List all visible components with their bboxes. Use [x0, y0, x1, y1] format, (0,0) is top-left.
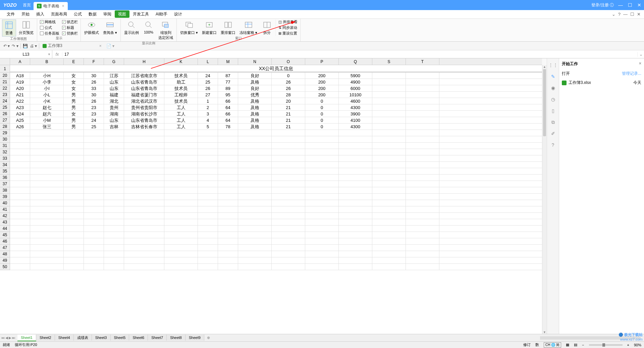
cell[interactable]: 工人	[164, 104, 198, 110]
cell[interactable]: 200	[305, 72, 339, 79]
column-header[interactable]: H	[124, 58, 164, 65]
sheet-prev-icon[interactable]: ◀	[5, 336, 8, 340]
cell[interactable]: 3900	[339, 111, 372, 117]
cell[interactable]: 4100	[339, 117, 372, 123]
scroll-thumb[interactable]	[543, 69, 546, 136]
cell[interactable]: 1	[198, 98, 218, 104]
cell[interactable]: 贵州省贵阳市	[124, 104, 164, 110]
cell[interactable]: 0	[305, 123, 339, 130]
cell[interactable]: 吉林	[104, 123, 124, 130]
cell[interactable]: 20	[272, 98, 305, 104]
cell[interactable]: 4600	[339, 98, 372, 104]
table-row[interactable]: A19小李女26山东山东省青岛市助工2577及格262004900	[10, 79, 542, 85]
cell[interactable]: 77	[218, 79, 238, 85]
table-row[interactable]: A22小K男26湖北湖北省武汉市技术员166及格2004600	[10, 98, 542, 104]
sheet-tab[interactable]: Sheet5	[111, 335, 129, 341]
cube-icon[interactable]: ◉	[550, 85, 556, 91]
cell[interactable]: 26	[272, 85, 305, 91]
quick-doc-selector[interactable]: 工作簿3	[41, 43, 64, 49]
statusbar-checkbox[interactable]: 状态栏	[61, 19, 78, 24]
table-row[interactable]	[10, 206, 542, 213]
new-doc-icon[interactable]: 📄 ▾	[106, 44, 114, 48]
cell[interactable]: 及格	[238, 98, 272, 104]
login-link[interactable]: 登录/注册 ⓘ	[589, 2, 616, 8]
maximize-icon[interactable]: ☐	[625, 2, 635, 8]
cell[interactable]: 21	[272, 104, 305, 110]
cell[interactable]: A18	[10, 72, 30, 79]
menu-item-10[interactable]: 设计	[171, 10, 185, 18]
cell[interactable]: 湖南省长沙市	[124, 111, 164, 117]
row-header[interactable]: 50	[0, 264, 10, 270]
rearrange-window-button[interactable]: 重排窗口	[219, 19, 237, 36]
cell[interactable]: 小H	[30, 72, 64, 79]
row-header[interactable]: 27	[0, 117, 10, 123]
cell[interactable]: 男	[64, 123, 84, 130]
split-button[interactable]: 拆分	[260, 19, 274, 36]
cell[interactable]: A21	[10, 92, 30, 98]
row-header[interactable]: 41	[0, 206, 10, 213]
sheet-tab[interactable]: 成绩表	[74, 335, 92, 341]
menu-item-2[interactable]: 插入	[33, 10, 48, 18]
row-header[interactable]: 49	[0, 257, 10, 264]
cell[interactable]: 贵州	[104, 104, 124, 110]
zoom-in-icon[interactable]: +	[627, 343, 629, 347]
cell[interactable]: 工人	[164, 111, 198, 117]
zoom-100-button[interactable]: 100%	[142, 19, 156, 35]
table-row[interactable]: A24赵六女23湖南湖南省长沙市工人366及格2103900	[10, 111, 542, 117]
cell[interactable]: A20	[10, 85, 30, 91]
cell[interactable]: 5900	[339, 72, 372, 79]
view-page-icon[interactable]: ▤	[574, 343, 577, 347]
row-header[interactable]: 1	[0, 65, 10, 72]
cell[interactable]: A19	[10, 79, 30, 85]
cell[interactable]: 0	[305, 117, 339, 123]
row-header[interactable]: 45	[0, 232, 10, 238]
cell[interactable]: 26	[198, 85, 218, 91]
cell[interactable]: 27	[198, 92, 218, 98]
cell[interactable]: 福建	[104, 92, 124, 98]
recent-file-item[interactable]: 工作簿3.xlsx 今天	[562, 78, 641, 88]
table-row[interactable]	[10, 200, 542, 206]
sheet-first-icon[interactable]: ⏮	[1, 336, 5, 340]
cell[interactable]: 赵七	[30, 104, 64, 110]
row-header[interactable]: 46	[0, 238, 10, 245]
table-row[interactable]	[10, 130, 542, 136]
inner-close-icon[interactable]: ✕	[637, 12, 641, 17]
table-row[interactable]	[10, 238, 542, 245]
cell[interactable]: 技术员	[164, 98, 198, 104]
copy-icon[interactable]: ⧉	[550, 119, 556, 126]
row-header[interactable]: 47	[0, 245, 10, 251]
read-bar-button[interactable]: 查阅条 ▾	[102, 19, 118, 36]
table-row[interactable]	[10, 168, 542, 175]
cell[interactable]: 工程师	[164, 92, 198, 98]
edit-icon[interactable]: ✐	[550, 130, 556, 137]
table-row[interactable]	[10, 194, 542, 200]
gridlines-checkbox[interactable]: 网格线	[39, 19, 60, 24]
menu-item-8[interactable]: 开发工具	[129, 10, 152, 18]
print-button[interactable]: 🖨 ▾	[30, 44, 37, 48]
freeze-panes-button[interactable]: 冻结窗格 ▾	[238, 19, 259, 36]
cell[interactable]: 2	[198, 104, 218, 110]
table-row[interactable]	[10, 232, 542, 238]
cell[interactable]: 湖北省武汉市	[124, 98, 164, 104]
cell[interactable]: 21	[272, 117, 305, 123]
cell[interactable]: 女	[64, 85, 84, 91]
cell[interactable]: 24	[84, 117, 104, 123]
cell[interactable]: 男	[64, 117, 84, 123]
cell[interactable]: 技术员	[164, 72, 198, 79]
cell[interactable]: 0	[305, 104, 339, 110]
row-header[interactable]: 33	[0, 155, 10, 162]
row-header[interactable]: 32	[0, 149, 10, 155]
help-icon[interactable]: ?	[618, 12, 621, 17]
table-row[interactable]	[10, 149, 542, 155]
menu-item-7[interactable]: 视图	[115, 10, 129, 18]
column-header[interactable]: P	[305, 58, 339, 65]
cell[interactable]: 87	[218, 72, 238, 79]
cell[interactable]: 山东省青岛市	[124, 79, 164, 85]
cell[interactable]: 吉林省长春市	[124, 123, 164, 130]
cell[interactable]: 25	[198, 79, 218, 85]
cell[interactable]: 及格	[238, 79, 272, 85]
cell[interactable]: 小L	[30, 92, 64, 98]
document-tab[interactable]: S 电子表格 ×	[34, 2, 68, 10]
row-header[interactable]: 30	[0, 136, 10, 143]
cell[interactable]: 64	[218, 117, 238, 123]
